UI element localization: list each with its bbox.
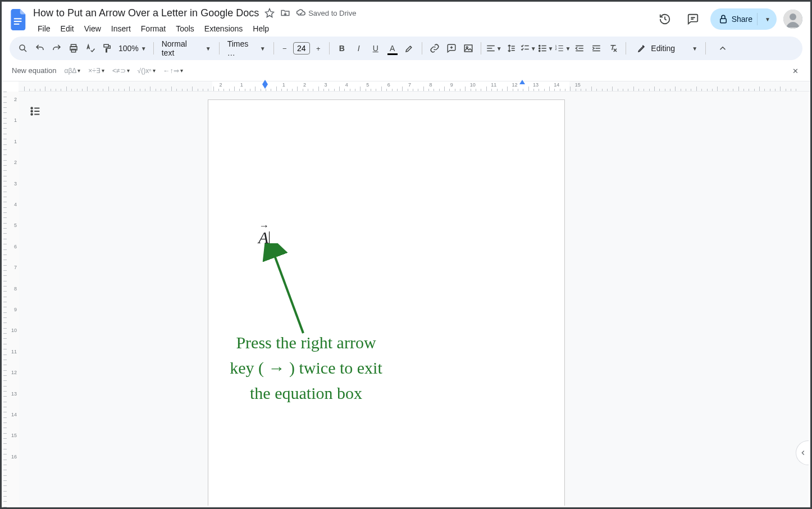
svg-rect-1: [14, 21, 22, 22]
equation-close-icon[interactable]: ✕: [789, 65, 801, 77]
text-cursor: [269, 231, 270, 247]
zoom-select[interactable]: 100%▼: [116, 44, 149, 53]
svg-point-5: [790, 13, 796, 20]
svg-point-13: [539, 45, 540, 46]
comments-icon[interactable]: [682, 8, 704, 30]
equation-vector-arrow: →: [259, 220, 269, 232]
svg-rect-11: [464, 45, 472, 52]
svg-rect-3: [720, 19, 726, 23]
show-outline-icon[interactable]: [27, 103, 44, 120]
redo-icon[interactable]: [49, 40, 65, 56]
paragraph-style-select[interactable]: Normal text▼: [158, 39, 215, 57]
equation-toolbar: New equation αβΔ ▾ ×÷∃ ▾ <≠⊃ ▾ √()xⁿ ▾ ←…: [2, 60, 810, 81]
equation-operators[interactable]: ×÷∃ ▾: [88, 67, 104, 75]
menu-bar: File Edit View Insert Format Tools Exten…: [33, 22, 654, 35]
svg-point-6: [20, 45, 25, 50]
font-select[interactable]: Times …▼: [224, 39, 269, 57]
checklist-icon[interactable]: ▼: [520, 40, 536, 56]
insert-image-icon[interactable]: [460, 40, 476, 56]
paint-format-icon[interactable]: [99, 40, 115, 56]
equation-arrows[interactable]: ←↑⇒ ▾: [163, 67, 183, 75]
numbered-list-icon[interactable]: 12▼: [554, 40, 571, 56]
search-menu-icon[interactable]: [15, 40, 31, 56]
undo-icon[interactable]: [32, 40, 48, 56]
equation-math[interactable]: √()xⁿ ▾: [138, 67, 156, 75]
side-panel-toggle[interactable]: [796, 440, 809, 465]
text-color-icon[interactable]: A: [385, 40, 400, 56]
spellcheck-icon[interactable]: [83, 40, 98, 56]
svg-point-18: [31, 107, 33, 109]
font-size-input[interactable]: [293, 42, 310, 54]
move-icon[interactable]: [280, 8, 290, 18]
menu-edit[interactable]: Edit: [56, 22, 79, 35]
highlight-icon[interactable]: [402, 40, 417, 56]
align-icon[interactable]: ▼: [486, 40, 502, 56]
line-spacing-icon[interactable]: [503, 40, 519, 56]
star-icon[interactable]: [264, 8, 275, 18]
title-bar: How to Put an Arrow Over a Letter in Goo…: [2, 2, 810, 37]
editing-mode-select[interactable]: Editing ▼: [634, 44, 701, 53]
svg-point-20: [31, 113, 33, 115]
vertical-ruler[interactable]: 2112345678910111213141516: [3, 92, 19, 506]
svg-text:2: 2: [555, 47, 557, 51]
share-dropdown[interactable]: ▼: [761, 16, 774, 22]
bulleted-list-icon[interactable]: ▼: [537, 40, 554, 56]
new-equation-button[interactable]: New equation: [12, 66, 57, 75]
equation-greek[interactable]: αβΔ ▾: [65, 67, 81, 75]
document-title[interactable]: How to Put an Arrow Over a Letter in Goo…: [33, 7, 259, 19]
indent-decrease-icon[interactable]: [572, 40, 587, 56]
italic-icon[interactable]: I: [351, 40, 367, 56]
share-label: Share: [732, 15, 752, 24]
menu-insert[interactable]: Insert: [107, 22, 135, 35]
menu-help[interactable]: Help: [248, 22, 273, 35]
collapse-toolbar-icon[interactable]: [715, 40, 731, 56]
clear-formatting-icon[interactable]: [605, 40, 621, 56]
add-comment-icon[interactable]: [444, 40, 459, 56]
equation-relations[interactable]: <≠⊃ ▾: [112, 67, 130, 75]
left-indent-marker[interactable]: [262, 84, 268, 89]
bold-icon[interactable]: B: [334, 40, 350, 56]
svg-rect-0: [14, 18, 22, 19]
pencil-icon: [637, 44, 646, 53]
equation-content[interactable]: → A: [258, 228, 270, 247]
link-icon[interactable]: [427, 40, 443, 56]
font-size-group: − +: [279, 42, 325, 54]
lock-icon: [718, 14, 728, 24]
save-status[interactable]: Saved to Drive: [296, 8, 356, 18]
svg-rect-2: [14, 24, 20, 25]
first-line-indent-marker[interactable]: [262, 80, 268, 84]
indent-increase-icon[interactable]: [589, 40, 604, 56]
main-toolbar: 100%▼ Normal text▼ Times …▼ − + B I U A …: [10, 37, 802, 60]
horizontal-ruler[interactable]: 21123456789101112131415: [19, 81, 810, 92]
svg-point-15: [539, 50, 540, 51]
svg-point-14: [539, 48, 540, 49]
menu-view[interactable]: View: [80, 22, 106, 35]
underline-icon[interactable]: U: [368, 40, 384, 56]
docs-logo[interactable]: [7, 8, 30, 31]
menu-format[interactable]: Format: [136, 22, 170, 35]
document-page[interactable]: → A: [208, 99, 565, 506]
menu-tools[interactable]: Tools: [171, 22, 199, 35]
account-avatar[interactable]: [783, 10, 802, 29]
document-canvas[interactable]: → A Press the right arrow key ( → ) twic…: [19, 92, 809, 506]
right-indent-marker[interactable]: [519, 80, 525, 84]
svg-rect-10: [104, 44, 108, 47]
share-button[interactable]: Share ▼: [710, 8, 777, 30]
history-icon[interactable]: [654, 8, 676, 30]
menu-extensions[interactable]: Extensions: [200, 22, 247, 35]
font-size-increase[interactable]: +: [312, 42, 325, 54]
print-icon[interactable]: [66, 40, 81, 56]
svg-point-19: [31, 111, 33, 112]
menu-file[interactable]: File: [33, 22, 55, 35]
font-size-decrease[interactable]: −: [279, 42, 291, 54]
